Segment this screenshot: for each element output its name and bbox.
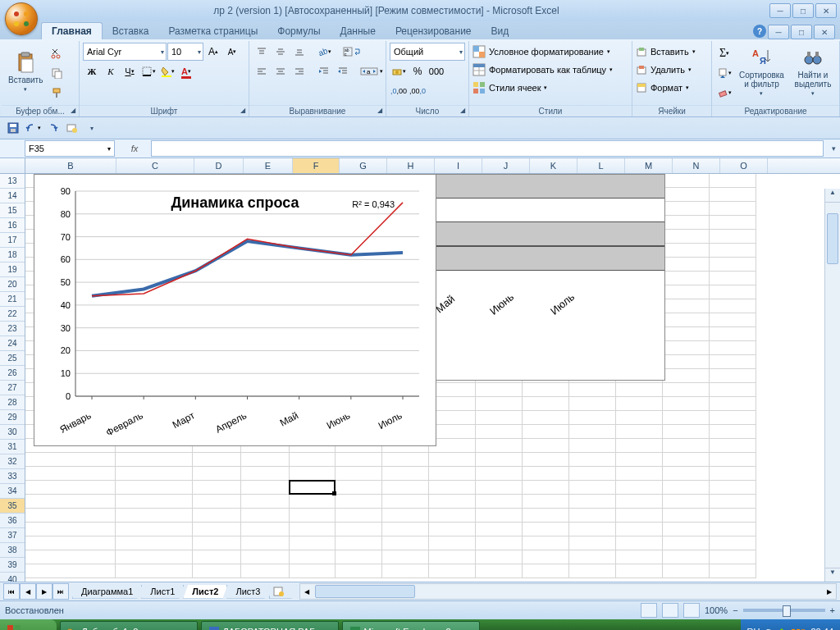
row-header[interactable]: 26 — [0, 366, 25, 381]
row-header[interactable]: 31 — [0, 440, 25, 454]
cell[interactable] — [616, 453, 663, 467]
cell[interactable] — [116, 523, 193, 536]
cell[interactable] — [476, 523, 523, 536]
row-header[interactable]: 27 — [0, 381, 25, 395]
cell[interactable] — [336, 536, 382, 550]
cell[interactable] — [241, 536, 290, 550]
cell[interactable] — [336, 495, 382, 509]
cell[interactable] — [382, 467, 429, 481]
cell[interactable] — [710, 258, 756, 272]
col-header[interactable]: I — [435, 158, 482, 173]
cell[interactable] — [616, 383, 663, 397]
formula-input[interactable] — [151, 140, 824, 157]
cell[interactable] — [663, 258, 710, 272]
fx-icon[interactable]: fx — [126, 144, 143, 153]
cell[interactable] — [663, 397, 710, 411]
cell[interactable] — [241, 467, 290, 481]
row-header[interactable]: 37 — [0, 528, 25, 543]
cell[interactable] — [663, 285, 710, 299]
cell[interactable] — [336, 481, 382, 495]
col-header[interactable]: J — [482, 158, 530, 173]
cell[interactable] — [710, 216, 756, 230]
doc-close-button[interactable]: ✕ — [814, 25, 835, 39]
cell[interactable] — [429, 564, 476, 578]
cell[interactable] — [25, 550, 116, 564]
cell[interactable] — [116, 481, 193, 495]
cell[interactable] — [663, 369, 710, 383]
cell[interactable] — [569, 467, 616, 481]
sheet-nav-prev[interactable]: ◀ — [20, 583, 36, 600]
cell[interactable] — [476, 509, 523, 523]
cell[interactable] — [569, 564, 616, 578]
cell[interactable] — [116, 467, 193, 481]
cell[interactable] — [710, 425, 756, 439]
col-header[interactable]: L — [578, 158, 625, 173]
copy-button[interactable] — [48, 64, 66, 82]
cell[interactable] — [476, 564, 523, 578]
paste-button[interactable]: Вставить ▾ — [5, 43, 46, 100]
cell[interactable] — [429, 467, 476, 481]
cell[interactable] — [429, 536, 476, 550]
sheet-tab[interactable]: Лист2 — [183, 585, 227, 599]
cell[interactable] — [241, 453, 290, 467]
taskbar-item-3[interactable]: XMicrosoft Excel - лр 2... — [342, 621, 480, 630]
underline-button[interactable]: Ч▾ — [121, 62, 139, 80]
cell[interactable] — [523, 397, 569, 411]
cell[interactable] — [25, 509, 116, 523]
cell[interactable] — [710, 467, 756, 481]
format-painter-button[interactable] — [48, 84, 66, 102]
cell[interactable] — [382, 550, 429, 564]
row-header[interactable]: 32 — [0, 454, 25, 469]
cell[interactable] — [336, 467, 382, 481]
cell[interactable] — [523, 467, 569, 481]
row-header[interactable]: 36 — [0, 514, 25, 528]
cell[interactable] — [523, 495, 569, 509]
find-select-button[interactable]: Найти и выделить▾ — [790, 43, 836, 100]
wrap-text-button[interactable]: abc — [340, 43, 366, 61]
start-button[interactable]: пуск — [0, 619, 57, 630]
row-header[interactable]: 21 — [0, 292, 25, 307]
cell[interactable] — [193, 467, 241, 481]
row-header[interactable]: 40 — [0, 573, 25, 582]
cell[interactable] — [710, 523, 756, 536]
cell[interactable] — [663, 216, 710, 230]
cell[interactable] — [336, 550, 382, 564]
cond-format-button[interactable]: Условное форматирование▾ — [472, 43, 610, 61]
cell[interactable] — [663, 272, 710, 285]
qat-custom-button[interactable] — [64, 120, 80, 136]
align-bottom-button[interactable] — [290, 43, 308, 61]
cell[interactable] — [663, 299, 710, 313]
cell[interactable] — [616, 481, 663, 495]
redo-button[interactable] — [44, 120, 61, 136]
col-header[interactable]: D — [194, 158, 244, 173]
fill-color-button[interactable]: ▾ — [158, 62, 176, 80]
doc-minimize-button[interactable]: ─ — [768, 25, 789, 39]
cell[interactable] — [616, 550, 663, 564]
row-header[interactable]: 22 — [0, 307, 25, 322]
col-header[interactable]: C — [116, 158, 194, 173]
close-button[interactable]: ✕ — [815, 3, 837, 18]
cell[interactable] — [25, 467, 116, 481]
zoom-slider[interactable] — [743, 609, 825, 612]
dec-decimal-button[interactable]: ,00,0 — [409, 82, 427, 100]
font-size-combo[interactable]: 10▾ — [167, 43, 203, 61]
cell[interactable] — [616, 439, 663, 453]
cell[interactable] — [523, 536, 569, 550]
cell[interactable] — [193, 550, 241, 564]
cell[interactable] — [663, 411, 710, 425]
cell[interactable] — [523, 509, 569, 523]
cell[interactable] — [569, 495, 616, 509]
cell[interactable] — [710, 327, 756, 341]
cell[interactable] — [523, 550, 569, 564]
cell[interactable] — [241, 509, 290, 523]
row-header[interactable]: 13 — [0, 174, 25, 189]
cell[interactable] — [290, 467, 336, 481]
cell[interactable] — [25, 495, 116, 509]
cell[interactable] — [710, 550, 756, 564]
sheet-nav-last[interactable]: ⏭ — [52, 583, 69, 600]
cell[interactable] — [336, 509, 382, 523]
cell[interactable] — [429, 550, 476, 564]
cell[interactable] — [663, 453, 710, 467]
cell[interactable] — [569, 383, 616, 397]
col-header[interactable]: M — [625, 158, 673, 173]
